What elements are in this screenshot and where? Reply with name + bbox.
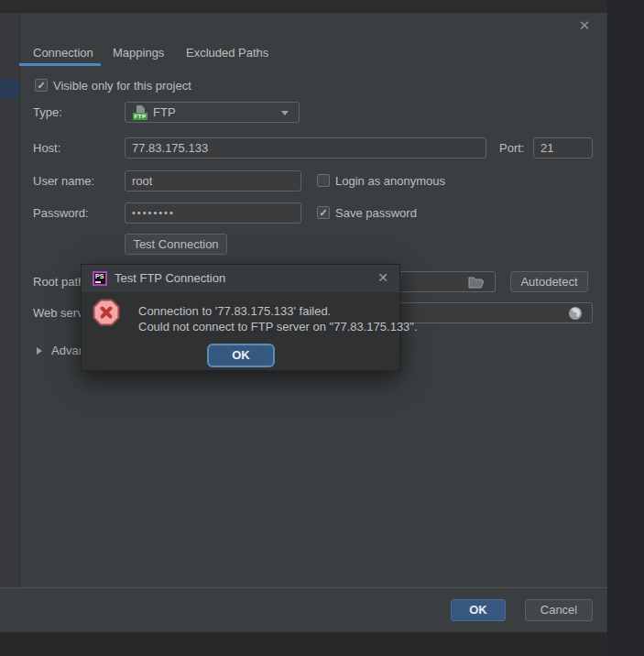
password-label: Password: — [33, 206, 89, 220]
username-label: User name: — [33, 174, 94, 188]
screenshot-root: ✕ Connection Mappings Excluded Paths ✓ V… — [0, 0, 644, 656]
ok-button[interactable]: OK — [451, 599, 506, 621]
save-password-label: Save password — [335, 206, 417, 220]
error-message: Connection to '77.83.175.133' failed. Co… — [138, 303, 418, 334]
test-ftp-connection-dialog: PS Test FTP Connection ✕ Connection to '… — [81, 264, 400, 371]
background-bottom — [0, 632, 607, 656]
type-label: Type: — [33, 105, 62, 119]
visible-project-checkbox[interactable]: ✓ — [35, 79, 48, 92]
host-label: Host: — [33, 141, 60, 155]
test-connection-button[interactable]: Test Connection — [125, 234, 227, 255]
folder-icon[interactable] — [468, 276, 485, 289]
tab-mappings[interactable]: Mappings — [113, 46, 164, 64]
port-label: Port: — [499, 141, 524, 155]
dialog-ok-button[interactable]: OK — [207, 344, 275, 367]
background-right — [607, 0, 644, 656]
phpstorm-app-icon: PS — [93, 271, 107, 286]
type-value: FTP — [153, 105, 176, 119]
tab-connection[interactable]: Connection — [33, 46, 93, 64]
globe-icon[interactable] — [568, 306, 583, 321]
error-message-line1: Connection to '77.83.175.133' failed. — [138, 303, 418, 319]
type-dropdown[interactable]: FTP FTP — [125, 102, 300, 123]
window-titlebar — [0, 0, 607, 13]
expand-arrow-icon[interactable] — [37, 347, 42, 355]
password-field[interactable]: •••••••• — [125, 202, 301, 224]
username-field[interactable]: root — [125, 170, 301, 191]
tab-excluded-paths[interactable]: Excluded Paths — [186, 46, 268, 64]
dialog-titlebar[interactable]: PS Test FTP Connection ✕ — [82, 265, 399, 292]
error-icon — [93, 299, 120, 326]
visible-project-label: Visible only for this project — [53, 79, 191, 93]
anonymous-label: Login as anonymous — [335, 174, 445, 188]
dialog-title: Test FTP Connection — [115, 271, 225, 285]
cancel-button[interactable]: Cancel — [525, 599, 593, 621]
chevron-down-icon — [281, 111, 289, 115]
close-icon[interactable]: ✕ — [576, 17, 593, 34]
root-path-label: Root path — [33, 275, 84, 289]
autodetect-button[interactable]: Autodetect — [510, 271, 588, 292]
anonymous-checkbox[interactable] — [317, 174, 330, 187]
port-field[interactable]: 21 — [533, 137, 593, 159]
settings-tree-edge — [0, 13, 20, 587]
ftp-file-icon: FTP — [133, 105, 147, 120]
save-password-checkbox[interactable]: ✓ — [317, 206, 330, 219]
active-tab-underline — [19, 63, 101, 66]
host-field[interactable]: 77.83.175.133 — [125, 137, 486, 159]
dialog-close-icon[interactable]: ✕ — [375, 269, 391, 286]
error-message-line2: Could not connect to FTP server on "77.8… — [138, 319, 418, 334]
footer-separator — [0, 587, 607, 588]
settings-tree-selected-item[interactable] — [0, 79, 19, 98]
